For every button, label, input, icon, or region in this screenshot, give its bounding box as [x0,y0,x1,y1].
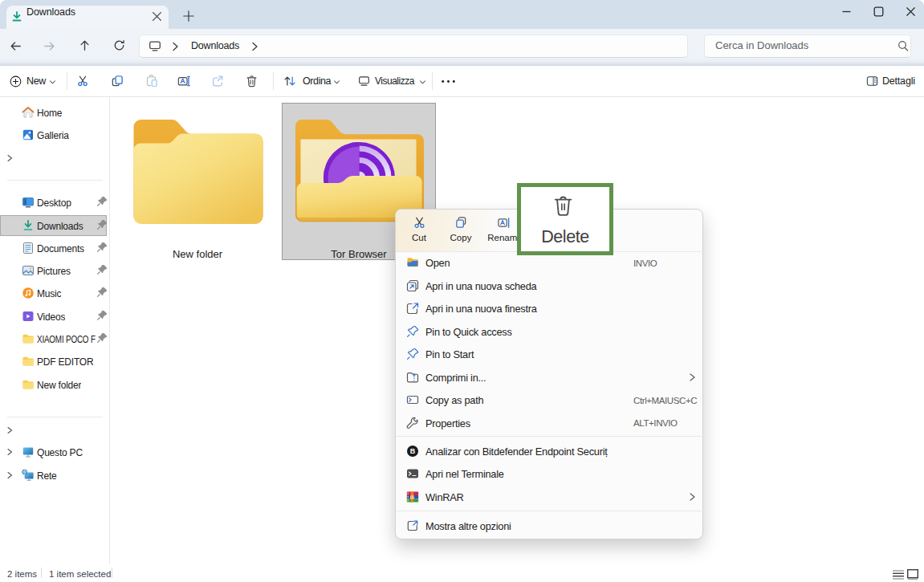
svg-text:B: B [410,447,416,455]
